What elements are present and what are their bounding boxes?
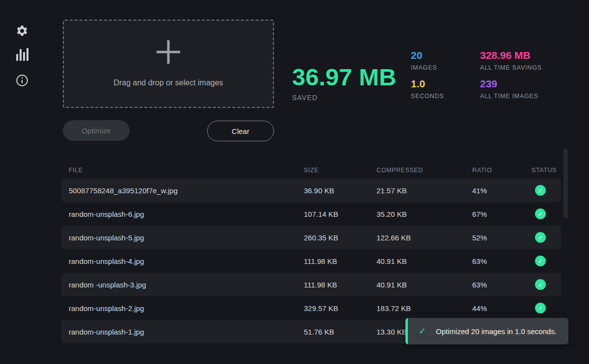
file-size: 36.90 KB (304, 186, 376, 195)
file-status: ✓ (532, 279, 561, 290)
toast-message: Optimized 20 images in 1.0 seconds. (436, 327, 557, 336)
header-status: STATUS (532, 167, 561, 174)
results-table: FILE SIZE COMPRESSED RATIO STATUS 500877… (61, 162, 561, 343)
table-row: random-unsplash-6.jpg 107.14 KB 35.20 KB… (61, 202, 561, 226)
bar-chart-icon (16, 48, 28, 61)
file-ratio: 63% (472, 281, 532, 289)
file-size: 111.98 KB (304, 281, 376, 289)
table-row: 50087758248_a395120f7e_w.jpg 36.90 KB 21… (61, 179, 561, 202)
seconds-label: SECONDS (411, 93, 444, 100)
file-compressed: 35.20 KB (376, 210, 472, 218)
file-ratio: 67% (472, 210, 532, 218)
info-icon (15, 74, 29, 87)
file-status: ✓ (532, 303, 561, 313)
header-size: SIZE (304, 167, 376, 174)
table-row: random-unsplash-2.jpg 329.57 KB 183.72 K… (61, 296, 561, 320)
all-time-stats: 328.96 MB ALL TIME SAVINGS 239 ALL TIME … (480, 50, 542, 106)
file-status: ✓ (532, 185, 561, 196)
file-size: 51.76 KB (304, 328, 376, 336)
file-ratio: 41% (472, 186, 532, 195)
file-size: 260.35 KB (304, 234, 376, 242)
header-compressed: COMPRESSED (376, 167, 472, 174)
file-compressed: 21.57 KB (376, 186, 472, 195)
file-compressed: 122.66 KB (376, 234, 472, 242)
check-icon: ✓ (419, 326, 426, 337)
plus-icon (157, 40, 180, 64)
file-ratio: 44% (472, 304, 532, 312)
check-icon: ✓ (535, 256, 546, 266)
file-size: 107.14 KB (304, 210, 376, 218)
file-name: random-unsplash-1.jpg (61, 328, 304, 336)
saved-stat: 36.97 MB SAVED (292, 65, 396, 102)
file-compressed: 40.91 KB (376, 281, 472, 289)
file-name: random-unsplash-2.jpg (61, 304, 304, 312)
sidebar (0, 0, 54, 364)
file-ratio: 52% (472, 234, 532, 242)
all-time-savings-label: ALL TIME SAVINGS (480, 64, 542, 71)
file-size: 329.57 KB (304, 304, 376, 312)
check-icon: ✓ (535, 279, 546, 290)
dropzone[interactable]: Drag and drop or select images (63, 20, 274, 108)
file-ratio: 63% (472, 257, 532, 265)
file-status: ✓ (532, 208, 561, 219)
table-scrollbar-thumb[interactable] (563, 149, 568, 218)
optimize-button[interactable]: Optimize (63, 120, 130, 141)
check-icon: ✓ (535, 303, 546, 313)
check-icon: ✓ (535, 208, 546, 219)
file-name: random -unsplash-3.jpg (61, 281, 304, 289)
stats-button[interactable] (15, 47, 29, 62)
table-row: random-unsplash-5.jpg 260.35 KB 122.66 K… (61, 226, 561, 249)
file-name: random-unsplash-6.jpg (61, 210, 304, 218)
dropzone-label: Drag and drop or select images (113, 78, 223, 87)
toast-notification[interactable]: ✓ Optimized 20 images in 1.0 seconds. (405, 318, 568, 344)
file-name: 50087758248_a395120f7e_w.jpg (61, 186, 304, 195)
file-name: random-unsplash-5.jpg (61, 234, 304, 242)
table-row: random -unsplash-3.jpg 111.98 KB 40.91 K… (61, 273, 561, 296)
images-label: IMAGES (411, 64, 444, 71)
gear-icon (16, 25, 28, 37)
file-status: ✓ (532, 232, 561, 243)
saved-label: SAVED (292, 94, 396, 102)
file-compressed: 183.72 KB (376, 304, 472, 312)
images-count: 20 (411, 50, 444, 61)
table-header: FILE SIZE COMPRESSED RATIO STATUS (61, 162, 561, 179)
seconds-value: 1.0 (411, 78, 444, 89)
all-time-images-label: ALL TIME IMAGES (480, 93, 542, 100)
table-row: random-unsplash-4.jpg 111.98 KB 40.91 KB… (61, 249, 561, 273)
clear-button[interactable]: Clear (207, 121, 274, 141)
check-icon: ✓ (535, 232, 546, 243)
header-ratio: RATIO (472, 167, 532, 174)
info-button[interactable] (15, 73, 29, 88)
file-status: ✓ (532, 256, 561, 266)
optimizer-app-window: Drag and drop or select images Optimize … (0, 0, 589, 364)
session-stats: 20 IMAGES 1.0 SECONDS (411, 50, 444, 106)
settings-button[interactable] (15, 24, 29, 38)
file-name: random-unsplash-4.jpg (61, 257, 304, 265)
header-file: FILE (61, 167, 304, 174)
file-size: 111.98 KB (304, 257, 376, 265)
all-time-images-value: 239 (480, 78, 542, 89)
all-time-savings-value: 328.96 MB (480, 50, 542, 61)
check-icon: ✓ (535, 185, 546, 196)
file-compressed: 40.91 KB (376, 257, 472, 265)
saved-value: 36.97 MB (292, 65, 396, 89)
